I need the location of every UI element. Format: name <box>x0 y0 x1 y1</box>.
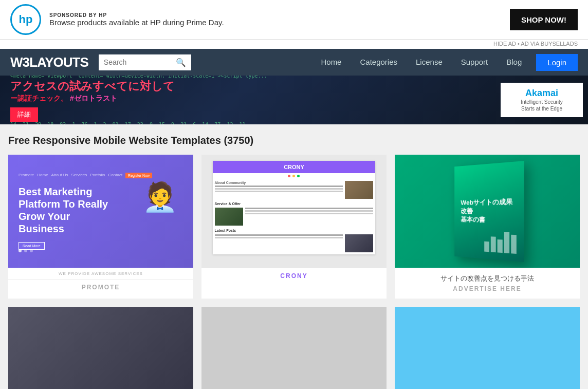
search-box[interactable]: 🔍 <box>99 54 191 70</box>
site-logo[interactable]: W3LAYOUTS <box>10 54 88 70</box>
templates-grid: Promote Home About Us Services Portfolio… <box>8 155 580 299</box>
book-chart <box>484 231 517 253</box>
login-button[interactable]: Login <box>536 54 578 71</box>
nav-support[interactable]: Support <box>452 49 498 76</box>
crony-about: About Community <box>213 179 376 201</box>
akamai-logo: Akamai <box>509 88 575 99</box>
jp-bottom-text: サイトの改善点を見つける手法 <box>401 274 574 283</box>
advertise-here-label: ADVERTISE HERE <box>401 285 574 292</box>
crony-posts-title: Latest Posts <box>213 228 376 232</box>
placeholder-card-2 <box>201 307 387 389</box>
search-input[interactable] <box>104 58 176 66</box>
akamai-ad-box: Akamai Intelligent SecurityStarts at the… <box>501 83 583 117</box>
template-card-advertise: Webサイトの成果改善基本の書 サイトの改善点を見つける手法 ADVERTISE… <box>395 155 580 299</box>
shop-now-button[interactable]: SHOP NOW! <box>510 9 578 30</box>
crony-header: CRONY <box>213 161 376 173</box>
placeholder-card-1 <box>8 307 193 389</box>
template-card-crony: CRONY About Community <box>201 155 387 299</box>
template-card-promote: Promote Home About Us Services Portfolio… <box>8 155 193 299</box>
advertise-preview: Webサイトの成果改善基本の書 <box>395 155 580 268</box>
section-title: Free Responsive Mobile Website Templates… <box>8 135 580 146</box>
promote-label[interactable]: PROMOTE <box>8 279 193 295</box>
advertise-bg: Webサイトの成果改善基本の書 <box>395 155 580 268</box>
promote-subtext: WE PROVIDE AWESOME SERVICES <box>8 268 193 279</box>
top-ad-banner: hp SPONSORED BY HP Browse products avail… <box>0 0 588 40</box>
nav-blog[interactable]: Blog <box>497 49 531 76</box>
jp-ad-banner: <meta name="viewport" content="width=dev… <box>0 76 588 124</box>
promote-nav: Promote Home About Us Services Portfolio… <box>19 173 183 178</box>
jp-ad-content: <meta name="viewport" content="width=dev… <box>0 76 495 124</box>
advertise-bottom: サイトの改善点を見つける手法 ADVERTISE HERE <box>395 268 580 299</box>
jp-main-text: アクセスの試みすべてに対して <box>10 79 485 94</box>
book-mockup: Webサイトの成果改善基本の書 <box>454 161 524 262</box>
placeholder-card-3 <box>395 307 580 389</box>
nav-home[interactable]: Home <box>311 49 351 76</box>
main-nav: W3LAYOUTS 🔍 Home Categories License Supp… <box>0 49 588 76</box>
crony-inner: CRONY About Community <box>213 161 376 254</box>
promote-preview: Promote Home About Us Services Portfolio… <box>8 155 193 268</box>
top-ad-left: hp SPONSORED BY HP Browse products avail… <box>10 4 224 35</box>
sponsored-label: SPONSORED BY HP <box>49 12 224 18</box>
search-icon: 🔍 <box>176 58 186 67</box>
book-title: Webサイトの成果改善基本の書 <box>461 197 516 225</box>
crony-service-title: Service & Offer <box>213 201 376 206</box>
main-content: Free Responsive Mobile Website Templates… <box>0 124 588 389</box>
promote-figure: 🧑‍💼 <box>142 180 178 214</box>
ad-main-text: Browse products available at HP during P… <box>49 18 224 27</box>
hide-ad-bar: HIDE AD • AD VIA BUYSELLADS <box>0 40 588 49</box>
nav-license[interactable]: License <box>407 49 452 76</box>
bottom-row <box>8 307 580 389</box>
jp-sub-text: ー認証チェック。 #ゼロトラスト <box>10 94 485 103</box>
crony-service <box>213 206 376 228</box>
promote-read-more[interactable]: Read More <box>19 242 45 250</box>
ad-via-link[interactable]: AD VIA BUYSELLADS <box>521 41 578 47</box>
crony-label[interactable]: CRONY <box>201 268 387 284</box>
akamai-tagline: Intelligent SecurityStarts at the Edge <box>509 99 575 112</box>
promote-heading: Best MarketingPlatform To ReallyGrow You… <box>19 186 108 235</box>
hide-ad-link[interactable]: HIDE AD <box>493 41 516 47</box>
top-ad-text: SPONSORED BY HP Browse products availabl… <box>49 12 224 27</box>
promote-bg: Promote Home About Us Services Portfolio… <box>8 155 193 268</box>
nav-links: Home Categories License Support Blog <box>311 49 531 76</box>
hp-logo: hp <box>10 4 41 35</box>
nav-categories[interactable]: Categories <box>351 49 407 76</box>
crony-posts <box>213 232 376 254</box>
crony-dots <box>213 173 376 179</box>
jp-detail-button[interactable]: 詳細 <box>10 107 38 122</box>
crony-preview: CRONY About Community <box>201 155 387 268</box>
